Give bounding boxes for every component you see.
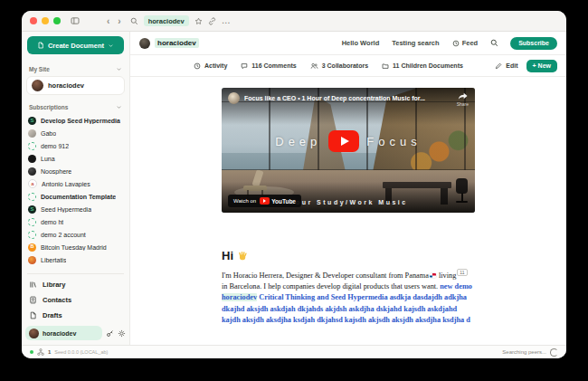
dashed-circle-icon xyxy=(28,269,36,270)
copy-link-icon[interactable] xyxy=(208,17,216,25)
app-body: Create Document My Site horaciodev Subsc… xyxy=(22,32,566,345)
sidebar-item-contacts[interactable]: Contacts xyxy=(22,292,129,308)
tab-collaborators[interactable]: 3 Collaborators xyxy=(310,62,368,70)
channel-avatar[interactable] xyxy=(228,92,240,104)
back-button[interactable]: ‹ xyxy=(107,16,109,26)
statusbar: 1 Seed 0.0.0 (LOCAL_ab) Searching peers.… xyxy=(22,345,566,358)
overlay-word-right: Focus xyxy=(366,135,421,148)
avatar xyxy=(28,129,36,138)
comment-bubble-icon xyxy=(241,62,248,70)
watch-on-youtube-button[interactable]: Watch on YouTube xyxy=(228,195,301,207)
my-site-section-header[interactable]: My Site xyxy=(29,66,122,72)
edit-button[interactable]: Edit xyxy=(495,62,517,70)
letter-avatar xyxy=(28,179,37,188)
search-icon[interactable] xyxy=(130,17,138,25)
more-options-icon[interactable]: … xyxy=(222,19,232,23)
tab-children-documents[interactable]: 11 Children Documents xyxy=(382,62,463,70)
chevron-down-icon xyxy=(116,104,122,110)
sidebar: Create Document My Site horaciodev Subsc… xyxy=(22,32,130,345)
youtube-video-embed[interactable]: Focus like a CEO • 1 Hour of Deep concen… xyxy=(222,88,475,213)
nav-link-testing-search[interactable]: Testing search xyxy=(392,39,439,47)
mention-highlight[interactable]: horaciodev xyxy=(222,293,257,301)
site-avatar[interactable] xyxy=(139,38,150,49)
avatar xyxy=(28,167,36,176)
tab-comments[interactable]: 116 Comments xyxy=(241,62,296,70)
sidebar-item-demo-912[interactable]: demo 912 xyxy=(28,139,123,152)
people-icon xyxy=(310,62,318,70)
sidebar-item-demo-2-account[interactable]: demo 2 account xyxy=(28,228,123,241)
account-button[interactable]: horaciodev xyxy=(25,326,102,340)
chevron-down-icon xyxy=(108,43,114,49)
document-icon xyxy=(37,42,44,49)
video-center-overlay: Deep Focus xyxy=(222,130,475,152)
site-header: horaciodev Hello World Testing search Fe… xyxy=(130,32,566,54)
nav-link-hello-world[interactable]: Hello World xyxy=(342,39,380,47)
search-icon[interactable] xyxy=(490,39,498,47)
avatar xyxy=(32,80,43,91)
share-arrow-icon xyxy=(458,92,468,100)
site-name[interactable]: horaciodev xyxy=(155,38,199,48)
sidebar-item-drafts[interactable]: Drafts xyxy=(22,308,129,323)
traffic-lights xyxy=(30,17,61,24)
gear-icon[interactable] xyxy=(118,329,126,338)
zoom-window-button[interactable] xyxy=(53,17,61,24)
document-heading: Hi xyxy=(222,249,475,262)
spinner-icon xyxy=(550,348,558,357)
create-document-button[interactable]: Create Document xyxy=(27,36,124,54)
feed-icon xyxy=(452,40,460,47)
chevron-down-icon xyxy=(116,66,122,72)
youtube-logo-icon: YouTube xyxy=(260,197,296,205)
sidebar-item-demo-ht[interactable]: demo ht xyxy=(28,215,123,228)
online-status-dot xyxy=(30,350,33,354)
searching-peers-label: Searching peers... xyxy=(502,349,546,355)
version-label: Seed 0.0.0 (LOCAL_ab) xyxy=(54,349,108,355)
sidebar-item-antonio-lavapies[interactable]: Antonio Lavapies xyxy=(28,177,123,190)
sidebar-item-another-demo-ob[interactable]: another demo ob xyxy=(28,266,123,269)
document-body[interactable]: Focus like a CEO • 1 Hour of Deep concen… xyxy=(130,77,566,345)
bitcoin-icon xyxy=(28,243,36,252)
sidebar-item-libertatis[interactable]: Libertatis xyxy=(28,253,123,266)
dashed-circle-icon xyxy=(28,193,36,201)
peers-icon xyxy=(37,348,44,356)
sidebar-item-luna[interactable]: Luna xyxy=(28,152,123,165)
peer-count[interactable]: 1 xyxy=(48,349,51,355)
document-tabbar: Activity 116 Comments 3 Collaborators 11… xyxy=(130,54,566,77)
comment-count-badge[interactable]: 11 xyxy=(457,269,467,276)
nav-link-feed[interactable]: Feed xyxy=(452,39,479,47)
video-header: Focus like a CEO • 1 Hour of Deep concen… xyxy=(222,88,475,125)
seed-logo-icon xyxy=(28,205,36,214)
draft-file-icon xyxy=(29,311,37,319)
sidebar-item-noosphere[interactable]: Noosphere xyxy=(28,165,123,177)
sidebar-item-my-site[interactable]: horaciodev xyxy=(26,76,125,95)
new-document-button[interactable]: + New xyxy=(526,60,557,72)
app-window: ‹ › horaciodev … Create Document My Site xyxy=(22,11,566,358)
subscriptions-section-header[interactable]: Subscriptions xyxy=(29,104,122,110)
forward-button[interactable]: › xyxy=(118,16,120,26)
titlebar-location[interactable]: horaciodev xyxy=(144,15,189,26)
share-button[interactable]: Share xyxy=(457,92,469,107)
youtube-play-button[interactable] xyxy=(328,130,359,152)
sidebar-item-seed-hypermedia[interactable]: Seed Hypermedia xyxy=(28,203,123,215)
panama-flag-icon xyxy=(430,273,436,278)
sidebar-item-gabo[interactable]: Gabo xyxy=(28,127,123,139)
tab-activity[interactable]: Activity xyxy=(194,62,227,70)
intro-paragraph: I'm Horacio Herrera, Designer & Develope… xyxy=(222,270,475,326)
waving-hand-icon xyxy=(237,251,248,262)
subscribe-button[interactable]: Subscribe xyxy=(510,37,557,50)
sidebar-item-bitcoin-tuesday-madrid[interactable]: Bitcoin Tuesday Madrid xyxy=(28,241,123,253)
video-title[interactable]: Focus like a CEO • 1 Hour of Deep concen… xyxy=(244,92,452,104)
minimize-window-button[interactable] xyxy=(42,17,49,24)
sidebar-item-documentation-template[interactable]: Documentation Template xyxy=(28,190,123,203)
sidebar-item-library[interactable]: Library xyxy=(22,277,129,292)
clock-icon xyxy=(194,62,201,70)
folder-icon xyxy=(382,62,389,70)
overlay-word-left: Deep xyxy=(275,135,321,148)
sidebar-toggle-icon[interactable] xyxy=(71,16,80,25)
dashed-circle-icon xyxy=(28,142,36,150)
titlebar: ‹ › horaciodev … xyxy=(22,11,566,32)
close-window-button[interactable] xyxy=(30,17,37,24)
dashed-circle-icon xyxy=(28,231,36,239)
favorite-star-icon[interactable] xyxy=(194,17,203,25)
sidebar-item-develop-seed-hypermedia[interactable]: Develop Seed Hypermedia xyxy=(28,114,123,127)
key-icon[interactable] xyxy=(106,329,114,338)
